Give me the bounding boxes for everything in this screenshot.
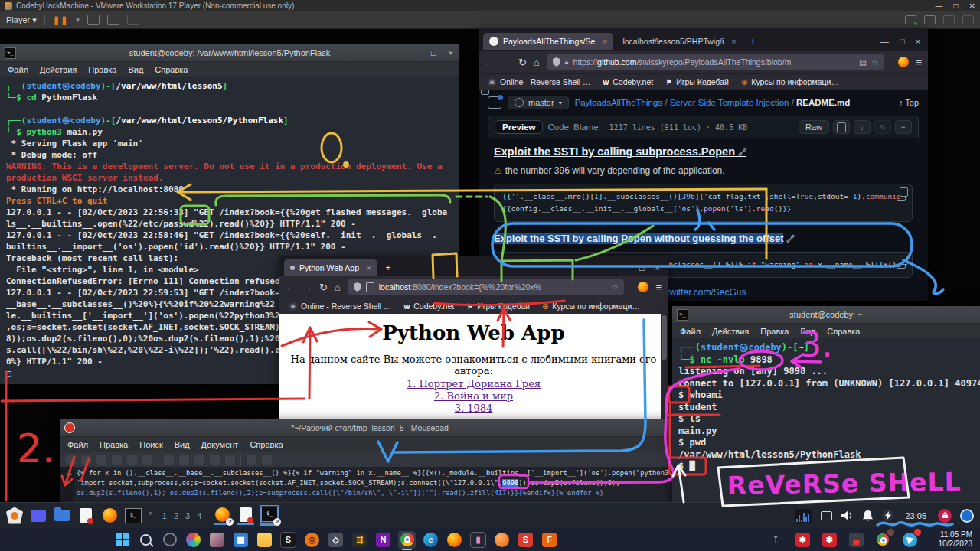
bookmark-codeby[interactable]: wCodeby.net (603, 77, 653, 86)
bookmark-courses[interactable]: ⊕Курсы по информаци… (741, 77, 839, 86)
copy-raw-icon[interactable] (833, 120, 850, 134)
copy-code-icon[interactable] (897, 259, 906, 269)
code-block-subprocess[interactable]: {{''.__class__.mro()[1].__subclasses__()… (494, 184, 913, 222)
terminal1-titlebar[interactable]: >_ student@codeby: /var/www/html/lesson5… (0, 44, 459, 62)
home-icon[interactable]: ⌂ (534, 57, 540, 68)
calendar-icon[interactable]: ▦ (232, 531, 250, 549)
menu-icon[interactable]: ≡ (916, 57, 922, 68)
menu-help[interactable]: Справка (155, 65, 188, 74)
power-manager-icon[interactable] (882, 510, 893, 521)
tracking-shield-icon[interactable] (553, 57, 560, 67)
scrollbar[interactable] (661, 314, 668, 431)
vm-disk-icon[interactable] (924, 15, 936, 24)
firefox-taskbar-icon[interactable] (446, 531, 463, 549)
menu-view[interactable]: Вид (175, 440, 190, 449)
save-icon[interactable] (96, 455, 106, 465)
mousepad-editor[interactable]: 1 {% for x in ().__class__.__base__.__su… (60, 467, 680, 504)
outline-icon[interactable]: ≡ (895, 120, 912, 134)
menu-file[interactable]: Файл (680, 327, 701, 336)
bookmark-games[interactable]: ⚑Игры Кодебай (665, 77, 729, 86)
tab-payloadsallthethings[interactable]: PayloadsAllTheThings/Se × (483, 33, 613, 50)
heading-popen-no-offset[interactable]: Exploit the SSTI by calling Popen withou… (494, 233, 913, 244)
notification-bell-icon[interactable] (862, 510, 874, 521)
search-icon[interactable] (137, 531, 155, 549)
back-icon[interactable]: ← (485, 57, 495, 68)
back-icon[interactable]: ← (286, 282, 296, 293)
vm-sound-icon[interactable] (962, 15, 974, 24)
window-list-icon[interactable] (821, 511, 832, 520)
menu-edit[interactable]: Правка (88, 65, 116, 74)
flash-app-icon[interactable]: F (541, 531, 558, 549)
tray-antivirus-icon-1[interactable]: ✱ (794, 531, 812, 549)
tab-close-icon[interactable]: × (731, 37, 736, 46)
notion-app-icon[interactable]: S (279, 531, 297, 549)
bookmark-reverse-shell[interactable]: ☠Online - Reverse Shell … (289, 302, 391, 311)
menu-search[interactable]: Поиск (139, 440, 162, 449)
maximize-button[interactable]: □ (639, 263, 645, 272)
tab-preview[interactable]: Preview (495, 120, 543, 134)
book-link-3[interactable]: 3. 1984 (279, 403, 668, 414)
vmware-minimize-button[interactable]: — (936, 2, 943, 10)
vm-network-icon[interactable] (905, 15, 916, 24)
paste-icon[interactable] (225, 455, 235, 465)
menu-view[interactable]: Вид (128, 65, 143, 74)
close-button[interactable]: × (655, 263, 660, 272)
menu-file[interactable]: Файл (8, 65, 28, 74)
kali-menu-icon[interactable] (6, 507, 23, 524)
windows-clock[interactable]: 11:05 PM 10/2/2023 (939, 530, 973, 549)
clock[interactable]: 23:05 (905, 511, 926, 520)
firefox-account-icon[interactable] (638, 282, 648, 292)
home-icon[interactable]: ⌂ (335, 282, 341, 293)
close-button[interactable]: × (916, 37, 920, 46)
workspace-switcher[interactable]: 1 2 3 4 (162, 511, 204, 520)
taskbar-firefox-windows[interactable]: 2 (214, 506, 230, 525)
minimize-button[interactable]: — (620, 263, 629, 272)
find-icon[interactable] (247, 455, 256, 465)
vm-pause-button[interactable]: ❚❚ (53, 15, 68, 25)
bookmark-star-icon[interactable]: ☆ (871, 57, 878, 67)
chevron-up-icon[interactable]: ^ (149, 511, 152, 520)
url-bar[interactable]: 🔒︎ https://github.com/swisskyrepo/Payloa… (547, 54, 885, 70)
close-button[interactable]: × (449, 48, 453, 57)
taskbar-terminal-windows[interactable]: $_2 (261, 506, 278, 525)
mousepad-code[interactable]: {% for x in ().__class__.__base__.__subc… (74, 467, 668, 504)
taskbar-mousepad-window[interactable] (237, 506, 254, 525)
book-link-1[interactable]: 1. Портрет Дориана Грея (279, 378, 668, 390)
menu-icon[interactable]: ≡ (655, 282, 662, 293)
file-manager-icon[interactable] (54, 507, 70, 524)
new-tab-button[interactable]: + (385, 262, 391, 273)
copy-code-icon[interactable] (897, 191, 906, 201)
save-as-icon[interactable] (112, 455, 122, 465)
reader-mode-icon[interactable]: ▤ (859, 57, 867, 67)
undo-icon[interactable] (164, 455, 174, 465)
firefox-launcher-icon[interactable] (101, 507, 118, 524)
workspace-pager-icon[interactable] (30, 507, 47, 524)
book-link-2[interactable]: 2. Война и мир (279, 390, 668, 402)
bookmark-codeby[interactable]: wCodeby.net (403, 302, 454, 311)
forward-icon[interactable]: → (501, 57, 511, 68)
menu-file[interactable]: Файл (67, 440, 88, 449)
branch-selector[interactable]: master▾ (508, 96, 569, 109)
chrome-icon[interactable] (398, 531, 416, 549)
tab-close-icon[interactable]: × (603, 37, 607, 46)
resolve-app-icon[interactable]: ▮ (469, 531, 487, 549)
breadcrumb-repo[interactable]: PayloadsAllTheThings (575, 98, 662, 107)
photos-app-icon[interactable] (208, 531, 226, 549)
vmware-player-menu[interactable]: Player ▾ (6, 15, 37, 25)
tray-antivirus-icon-2[interactable]: ✱ (821, 531, 838, 549)
vm-usb-icon[interactable] (943, 15, 955, 24)
vmware-icon[interactable]: ◇ (327, 531, 345, 549)
tab-localhost-phptwig[interactable]: localhost/lesson5/PHPTwig/i × (616, 33, 742, 50)
terminal-launcher-icon[interactable]: $_ (125, 507, 142, 524)
open-file-icon[interactable] (81, 455, 91, 465)
tray-telegram-icon[interactable] (901, 531, 919, 549)
file-explorer-icon[interactable] (256, 531, 273, 549)
tab-python-web-app[interactable]: Python Web App × (284, 259, 377, 276)
tray-dragon-icon[interactable]: ᛉ (767, 531, 785, 549)
user-switch-icon[interactable] (960, 509, 974, 523)
new-tab-button[interactable]: + (750, 35, 756, 47)
bookmark-reverse-shell[interactable]: ☠Online - Reverse Shell … (488, 77, 590, 86)
menu-actions[interactable]: Действия (40, 65, 77, 74)
bookmark-games[interactable]: ⚑Игры Кодебай (466, 302, 530, 311)
minimize-button[interactable]: — (410, 48, 419, 57)
